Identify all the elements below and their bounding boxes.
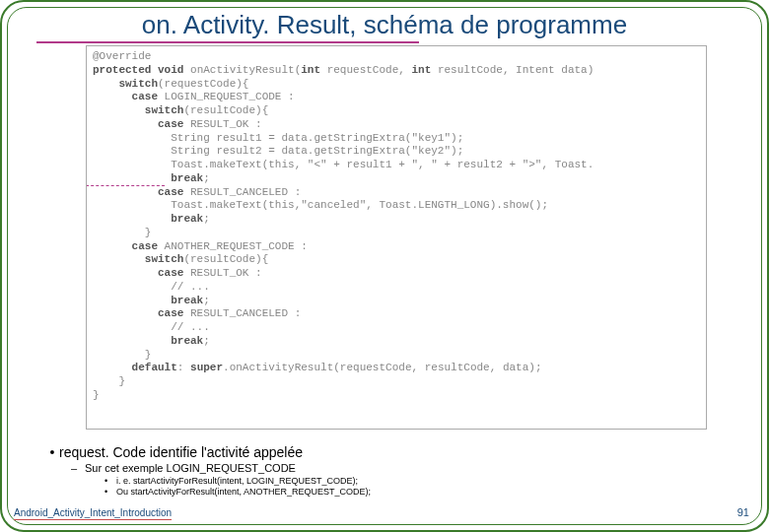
page-number: 91 xyxy=(737,506,749,518)
code-line: switch(resultCode){ xyxy=(93,104,700,118)
code-line: // ... xyxy=(93,321,700,335)
code-line: } xyxy=(93,227,700,240)
bullet-icon: • xyxy=(45,444,59,460)
code-line: } xyxy=(93,389,700,403)
dash-icon: – xyxy=(71,462,85,474)
code-line: default: super.onActivityResult(requestC… xyxy=(93,362,700,375)
code-line: switch(resultCode){ xyxy=(93,253,700,267)
code-line: Toast.makeText(this, "<" + result1 + ", … xyxy=(93,159,700,172)
bullet-level-3: •i. e. startActivityForResult(intent, LO… xyxy=(105,476,737,488)
footer-left: Android_Activity_Intent_Introduction xyxy=(14,507,172,520)
accent-line-top xyxy=(2,41,767,43)
code-block: @Override protected void onActivityResul… xyxy=(86,45,707,430)
code-line: case RESULT_CANCELED : xyxy=(93,186,700,200)
code-line: } xyxy=(93,375,700,389)
code-line: String result2 = data.getStringExtra("ke… xyxy=(93,145,700,159)
code-line: switch(requestCode){ xyxy=(93,78,700,92)
bullet-area: •request. Code identifie l'activité appe… xyxy=(45,444,737,499)
bullet-icon: • xyxy=(105,487,116,499)
code-line: break; xyxy=(93,335,700,349)
code-line: case RESULT_OK : xyxy=(93,118,700,132)
code-line: } xyxy=(93,349,700,363)
code-line: String result1 = data.getStringExtra("ke… xyxy=(93,132,700,146)
code-line: case ANOTHER_REQUEST_CODE : xyxy=(93,240,700,254)
code-line: case LOGIN_REQUEST_CODE : xyxy=(93,91,700,104)
code-line: Toast.makeText(this,"canceled", Toast.LE… xyxy=(93,199,700,213)
slide-title: on. Activity. Result, schéma de programm… xyxy=(2,2,767,40)
code-line: break; xyxy=(93,172,700,186)
bullet-icon: • xyxy=(105,476,116,488)
code-line: case RESULT_OK : xyxy=(93,267,700,281)
bullet-level-1: •request. Code identifie l'activité appe… xyxy=(45,444,737,460)
code-line: @Override xyxy=(93,50,700,64)
code-line: case RESULT_CANCELED : xyxy=(93,307,700,321)
code-line: break; xyxy=(93,295,700,308)
code-line: protected void onActivityResult(int requ… xyxy=(93,64,700,78)
code-line: break; xyxy=(93,213,700,227)
bullet-level-3: •Ou startActivityForResult(intent, ANOTH… xyxy=(105,487,737,499)
bullet-level-2: –Sur cet exemple LOGIN_REQUEST_CODE xyxy=(71,462,737,474)
code-line: // ... xyxy=(93,281,700,295)
